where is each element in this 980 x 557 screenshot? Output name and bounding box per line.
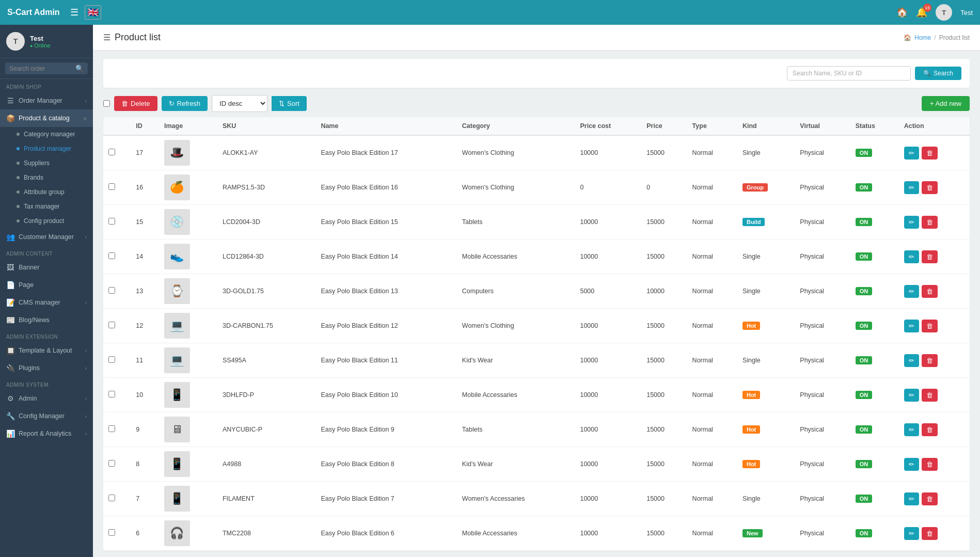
edit-button[interactable]: ✏ <box>904 527 919 540</box>
row-virtual: Physical <box>795 170 850 205</box>
product-image: 💻 <box>164 313 190 339</box>
sidebar-item-brands[interactable]: Brands <box>0 170 93 185</box>
row-price: 15000 <box>641 516 687 551</box>
sidebar-item-product-catalog[interactable]: 📦 Product & catalog ∨ <box>0 109 93 127</box>
remove-button[interactable]: 🗑 <box>922 320 938 332</box>
sidebar-item-plugins[interactable]: 🔌 Plugins › <box>0 359 93 377</box>
sidebar-status: Online <box>30 42 51 49</box>
row-category: Tablets <box>457 205 575 240</box>
sidebar-item-cms-manager[interactable]: 📝 CMS manager › <box>0 294 93 311</box>
edit-button[interactable]: ✏ <box>904 250 919 263</box>
edit-button[interactable]: ✏ <box>904 492 919 505</box>
row-image: 💿 <box>159 205 217 240</box>
row-checkbox[interactable] <box>108 425 115 432</box>
edit-button[interactable]: ✏ <box>904 354 919 367</box>
add-new-button[interactable]: + Add new <box>922 96 970 111</box>
sidebar-item-attribute-group[interactable]: Attribute group <box>0 185 93 199</box>
row-checkbox[interactable] <box>108 391 115 397</box>
remove-button[interactable]: 🗑 <box>922 527 938 540</box>
delete-button[interactable]: 🗑 Delete <box>114 96 157 111</box>
sidebar-item-page[interactable]: 📄 Page <box>0 276 93 294</box>
remove-button[interactable]: 🗑 <box>922 285 938 298</box>
row-category: Mobile Accessaries <box>457 240 575 274</box>
row-checkbox[interactable] <box>108 218 115 225</box>
table-row: 17 🎩 ALOKK1-AY Easy Polo Black Edition 1… <box>103 135 970 170</box>
edit-button[interactable]: ✏ <box>904 216 919 229</box>
th-checkbox <box>103 117 131 135</box>
row-checkbox[interactable] <box>108 322 115 328</box>
remove-button[interactable]: 🗑 <box>922 458 938 471</box>
edit-button[interactable]: ✏ <box>904 389 919 402</box>
sort-select[interactable]: ID desc ID asc Name asc Name desc <box>212 95 267 112</box>
row-checkbox[interactable] <box>108 252 115 259</box>
table-row: 9 🖥 ANYCUBIC-P Easy Polo Black Edition 9… <box>103 412 970 447</box>
row-checkbox[interactable] <box>108 356 115 363</box>
sidebar-item-config-product[interactable]: Config product <box>0 214 93 228</box>
sidebar-item-tax-manager[interactable]: Tax manager <box>0 199 93 214</box>
remove-button[interactable]: 🗑 <box>922 250 938 263</box>
sidebar-item-config-manager[interactable]: 🔧 Config Manager › <box>0 407 93 425</box>
product-image: 💿 <box>164 209 190 235</box>
edit-button[interactable]: ✏ <box>904 458 919 471</box>
search-input[interactable] <box>9 65 75 72</box>
sidebar-item-category-manager[interactable]: Category manager <box>0 127 93 141</box>
breadcrumb-home-link[interactable]: Home <box>914 34 931 41</box>
notifications-button[interactable]: 🔔 16 <box>916 7 927 18</box>
row-sku: LCD2004-3D <box>217 205 315 240</box>
hamburger-button[interactable]: ☰ <box>70 7 78 18</box>
remove-button[interactable]: 🗑 <box>922 354 938 367</box>
trash-icon: 🗑 <box>121 100 128 107</box>
edit-button[interactable]: ✏ <box>904 147 919 160</box>
row-id: 8 <box>131 447 159 482</box>
sidebar-item-customer-manager[interactable]: 👥 Customer Manager › <box>0 228 93 246</box>
top-navigation: S-Cart Admin ☰ 🇬🇧 🏠 🔔 16 T Test <box>0 0 980 25</box>
row-checkbox[interactable] <box>108 149 115 155</box>
sidebar-item-report-analytics[interactable]: 📊 Report & Analytics › <box>0 425 93 442</box>
sidebar-item-admin[interactable]: ⚙ Admin › <box>0 390 93 407</box>
row-category: Women's Clothing <box>457 309 575 343</box>
language-flag-button[interactable]: 🇬🇧 <box>85 5 101 20</box>
sidebar-item-template-layout[interactable]: 🔲 Template & Layout › <box>0 342 93 359</box>
row-actions: ✏ 🗑 <box>899 274 970 309</box>
row-name: Easy Polo Black Edition 15 <box>315 205 456 240</box>
row-checkbox[interactable] <box>108 287 115 294</box>
search-icon: 🔍 <box>923 70 931 77</box>
sidebar-search-button[interactable]: 🔍 <box>75 65 84 72</box>
sidebar-item-banner[interactable]: 🖼 Banner <box>0 259 93 276</box>
row-virtual: Physical <box>795 343 850 378</box>
row-checkbox[interactable] <box>108 495 115 501</box>
remove-button[interactable]: 🗑 <box>922 181 938 194</box>
home-nav-button[interactable]: 🏠 <box>896 7 908 18</box>
edit-button[interactable]: ✏ <box>904 423 919 436</box>
row-status: ON <box>850 170 899 205</box>
breadcrumb: 🏠 Home / Product list <box>904 34 970 41</box>
sidebar-item-label: Admin <box>19 395 37 402</box>
edit-button[interactable]: ✏ <box>904 320 919 332</box>
sidebar-item-blog-news[interactable]: 📰 Blog/News <box>0 311 93 329</box>
product-search-input[interactable] <box>787 66 911 81</box>
remove-button[interactable]: 🗑 <box>922 216 938 229</box>
product-search-button[interactable]: 🔍 Search <box>915 67 961 80</box>
row-checkbox[interactable] <box>108 460 115 467</box>
row-status: ON <box>850 447 899 482</box>
th-virtual: Virtual <box>795 117 850 135</box>
table-header: ID Image SKU Name Category Price cost Pr… <box>103 117 970 135</box>
remove-button[interactable]: 🗑 <box>922 147 938 160</box>
refresh-button[interactable]: ↻ Refresh <box>162 96 208 111</box>
sidebar-item-product-manager[interactable]: Product manager <box>0 141 93 156</box>
remove-button[interactable]: 🗑 <box>922 492 938 505</box>
user-avatar[interactable]: T <box>936 4 952 21</box>
sort-button[interactable]: ⇅ Sort <box>272 96 307 111</box>
row-checkbox[interactable] <box>108 183 115 190</box>
top-nav-icons: 🏠 🔔 16 T Test <box>896 4 973 21</box>
sidebar-item-suppliers[interactable]: Suppliers <box>0 156 93 170</box>
edit-button[interactable]: ✏ <box>904 181 919 194</box>
remove-button[interactable]: 🗑 <box>922 389 938 402</box>
sidebar-item-order-manager[interactable]: ☰ Order Manager › <box>0 92 93 109</box>
breadcrumb-separator: / <box>934 34 936 41</box>
select-all-checkbox[interactable] <box>103 100 110 107</box>
edit-button[interactable]: ✏ <box>904 285 919 298</box>
remove-button[interactable]: 🗑 <box>922 423 938 436</box>
row-checkbox[interactable] <box>108 529 115 536</box>
row-price: 15000 <box>641 378 687 412</box>
